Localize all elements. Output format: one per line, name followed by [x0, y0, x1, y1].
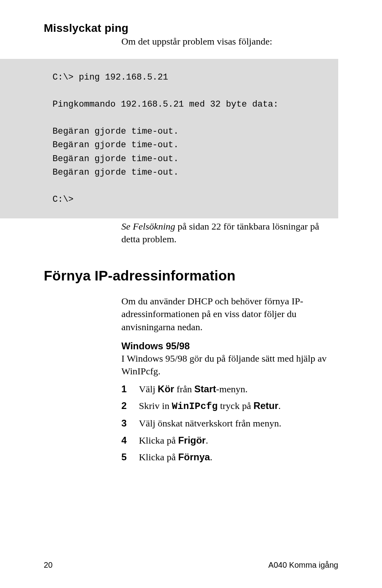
code-line: Begäran gjorde time-out.: [53, 140, 179, 150]
code-line: C:\>: [53, 195, 74, 204]
post-code-note: Se Felsökning på sidan 22 för tänkbara l…: [121, 220, 338, 246]
step-number: 2: [121, 399, 139, 413]
text-part: Välj: [139, 384, 158, 394]
text-part: tryck på: [218, 401, 253, 411]
section-intro: Om det uppstår problem visas följande:: [121, 36, 338, 47]
sub-heading-win9598: Windows 95/98: [121, 341, 338, 352]
steps-list: 1 Välj Kör från Start-menyn. 2 Skriv in …: [121, 383, 338, 464]
text-part: Skriv in: [139, 401, 172, 411]
code-line: Pingkommando 192.168.5.21 med 32 byte da…: [53, 99, 279, 109]
section-heading-failed-ping: Misslyckat ping: [44, 22, 338, 35]
step-text: Välj Kör från Start-menyn.: [139, 383, 338, 395]
step-number: 1: [121, 383, 139, 395]
step-number: 3: [121, 417, 139, 430]
text-part: Se: [121, 221, 133, 232]
step-item: 4 Klicka på Frigör.: [121, 434, 338, 447]
section-heading-renew-ip: Förnya IP-adressinformation: [44, 268, 338, 284]
code-line: Begäran gjorde time-out.: [53, 127, 179, 136]
code-line: Begäran gjorde time-out.: [53, 167, 179, 177]
step-text: Klicka på Förnya.: [139, 451, 338, 463]
text-part: .: [279, 401, 281, 411]
step-text: Skriv in WinIPcfg tryck på Retur.: [139, 399, 338, 413]
text-part: Klicka på: [139, 452, 178, 462]
page-footer: 20 A040 Komma igång: [0, 561, 382, 570]
step-item: 5 Klicka på Förnya.: [121, 451, 338, 463]
text-bold: Frigör: [178, 435, 206, 446]
text-part: .: [206, 435, 208, 446]
step-item: 3 Välj önskat nätverkskort från menyn.: [121, 417, 338, 430]
text-bold: Retur: [253, 400, 279, 411]
text-part: .: [210, 452, 212, 462]
body-paragraph: Om du använder DHCP och behöver förnya I…: [121, 295, 338, 333]
text-part: från: [174, 384, 195, 394]
text-bold: Förnya: [178, 452, 210, 462]
step-text: Klicka på Frigör.: [139, 434, 338, 447]
footer-label: A040 Komma igång: [268, 561, 338, 570]
sub-paragraph: I Windows 95/98 gör du på följande sätt …: [121, 352, 338, 378]
text-mono: WinIPcfg: [172, 401, 218, 412]
page-number: 20: [44, 561, 53, 570]
step-number: 4: [121, 434, 139, 447]
text-bold: Start: [194, 384, 216, 394]
step-number: 5: [121, 451, 139, 463]
text-part: -menyn.: [216, 384, 248, 394]
text-italic: Felsökning: [133, 221, 175, 232]
text-bold: Kör: [158, 384, 174, 394]
text-part: Klicka på: [139, 435, 178, 446]
code-line: C:\> ping 192.168.5.21: [53, 72, 168, 82]
step-item: 1 Välj Kör från Start-menyn.: [121, 383, 338, 395]
step-text: Välj önskat nätverkskort från menyn.: [139, 417, 338, 430]
terminal-output: C:\> ping 192.168.5.21 Pingkommando 192.…: [0, 59, 338, 218]
text-part: Välj önskat nätverkskort från menyn.: [139, 418, 281, 428]
step-item: 2 Skriv in WinIPcfg tryck på Retur.: [121, 399, 338, 413]
code-line: Begäran gjorde time-out.: [53, 154, 179, 164]
